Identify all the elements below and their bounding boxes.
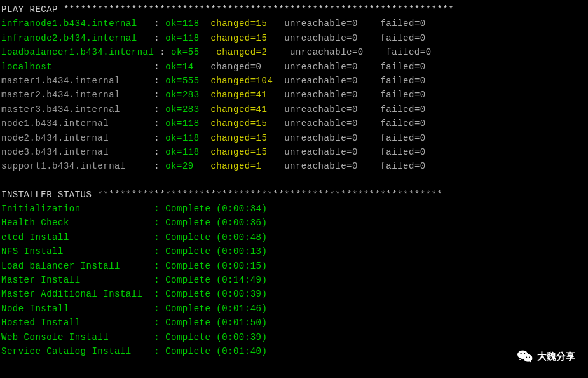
status-step-name: Node Install <box>1 304 154 314</box>
status-step-status: Complete (0:01:46) <box>165 304 267 314</box>
status-step-status: Complete (0:00:39) <box>165 289 267 299</box>
recap-ok: ok=118 <box>165 33 199 43</box>
recap-host: master3.b434.internal <box>1 104 120 115</box>
recap-row: infranode2.b434.internal : ok=118 change… <box>1 31 587 45</box>
status-step-name: Initialization <box>1 204 154 214</box>
recap-unreachable: unreachable=0 <box>284 133 358 143</box>
recap-unreachable: unreachable=0 <box>284 62 358 72</box>
recap-changed: changed=15 <box>210 118 267 129</box>
status-step-status: Complete (0:01:50) <box>165 318 267 328</box>
svg-point-3 <box>524 353 525 354</box>
recap-unreachable: unreachable=0 <box>290 47 364 57</box>
svg-point-5 <box>529 356 530 358</box>
status-step-name: etcd Install <box>1 232 154 242</box>
status-step-status: Complete (0:00:34) <box>165 204 267 214</box>
recap-failed: failed=0 <box>380 90 425 100</box>
status-step-name: Service Catalog Install <box>1 346 154 356</box>
status-row: Web Console Install : Complete (0:00:39) <box>1 330 587 344</box>
status-step-name: Load balancer Install <box>1 261 154 271</box>
recap-changed: changed=15 <box>210 33 267 43</box>
recap-failed: failed=0 <box>380 104 425 115</box>
recap-row: node1.b434.internal : ok=118 changed=15 … <box>1 116 587 130</box>
recap-host: infranode1.b434.internal <box>1 18 137 29</box>
recap-host: node2.b434.internal <box>1 133 109 143</box>
recap-unreachable: unreachable=0 <box>284 161 358 171</box>
recap-row: localhost : ok=14 changed=0 unreachable=… <box>1 60 587 74</box>
status-row: Load balancer Install : Complete (0:00:1… <box>1 259 587 273</box>
status-step-status: Complete (0:00:15) <box>165 261 267 271</box>
recap-row: node2.b434.internal : ok=118 changed=15 … <box>1 131 587 145</box>
status-step-name: Master Install <box>1 275 154 285</box>
recap-changed: changed=15 <box>210 133 267 143</box>
play-recap-header: PLAY RECAP *****************************… <box>1 3 587 17</box>
recap-unreachable: unreachable=0 <box>284 118 358 129</box>
recap-unreachable: unreachable=0 <box>284 90 358 100</box>
status-step-status: Complete (0:00:13) <box>165 246 267 256</box>
recap-row: infranode1.b434.internal : ok=118 change… <box>1 17 587 31</box>
recap-changed: changed=41 <box>210 104 267 115</box>
recap-host: infranode2.b434.internal <box>1 33 137 43</box>
recap-host: node1.b434.internal <box>1 118 109 129</box>
recap-changed: changed=15 <box>210 147 267 157</box>
recap-changed: changed=0 <box>210 62 261 72</box>
status-step-name: Health Check <box>1 218 154 228</box>
wechat-icon <box>517 349 533 363</box>
svg-point-2 <box>520 353 521 354</box>
svg-point-4 <box>526 356 527 358</box>
status-step-status: Complete (0:00:48) <box>165 232 267 242</box>
installer-status-header: INSTALLER STATUS ***********************… <box>1 188 587 202</box>
svg-point-1 <box>524 354 533 362</box>
status-row: Master Additional Install : Complete (0:… <box>1 287 587 301</box>
status-step-status: Complete (0:00:36) <box>165 218 267 228</box>
status-step-name: NFS Install <box>1 246 154 256</box>
recap-unreachable: unreachable=0 <box>284 104 358 115</box>
recap-failed: failed=0 <box>386 47 431 57</box>
status-step-status: Complete (0:01:40) <box>165 346 267 356</box>
recap-failed: failed=0 <box>380 62 425 72</box>
recap-ok: ok=283 <box>165 90 199 100</box>
recap-failed: failed=0 <box>380 161 425 171</box>
recap-unreachable: unreachable=0 <box>284 76 358 86</box>
status-row: Health Check : Complete (0:00:36) <box>1 216 587 230</box>
recap-failed: failed=0 <box>380 118 425 129</box>
recap-ok: ok=555 <box>165 76 199 86</box>
installer-status-table: Initialization : Complete (0:00:34)Healt… <box>1 202 587 358</box>
recap-ok: ok=29 <box>165 161 194 171</box>
recap-unreachable: unreachable=0 <box>284 33 358 43</box>
recap-row: node3.b434.internal : ok=118 changed=15 … <box>1 145 587 159</box>
recap-host: support1.b434.internal <box>1 161 126 171</box>
recap-failed: failed=0 <box>380 33 425 43</box>
status-row: Node Install : Complete (0:01:46) <box>1 302 587 316</box>
recap-changed: changed=1 <box>210 161 261 171</box>
recap-ok: ok=283 <box>165 104 199 115</box>
recap-failed: failed=0 <box>380 18 425 29</box>
status-row: etcd Install : Complete (0:00:48) <box>1 230 587 244</box>
recap-ok: ok=14 <box>165 62 194 72</box>
recap-ok: ok=118 <box>165 118 199 129</box>
recap-changed: changed=104 <box>210 76 273 86</box>
recap-row: loadbalancer1.b434.internal : ok=55 chan… <box>1 45 587 59</box>
status-step-name: Web Console Install <box>1 332 154 342</box>
recap-failed: failed=0 <box>380 147 425 157</box>
status-row: Hosted Install : Complete (0:01:50) <box>1 316 587 330</box>
recap-changed: changed=2 <box>216 47 267 57</box>
status-step-name: Hosted Install <box>1 318 154 328</box>
recap-row: master1.b434.internal : ok=555 changed=1… <box>1 74 587 88</box>
recap-host: master2.b434.internal <box>1 90 120 100</box>
recap-failed: failed=0 <box>380 133 425 143</box>
status-step-status: Complete (0:14:49) <box>165 275 267 285</box>
recap-row: master2.b434.internal : ok=283 changed=4… <box>1 88 587 102</box>
status-row: Service Catalog Install : Complete (0:01… <box>1 344 587 358</box>
recap-ok: ok=118 <box>165 147 199 157</box>
recap-changed: changed=41 <box>210 90 267 100</box>
recap-host: loadbalancer1.b434.internal <box>1 47 154 57</box>
recap-failed: failed=0 <box>380 76 425 86</box>
recap-host: node3.b434.internal <box>1 147 109 157</box>
watermark: 大魏分享 <box>517 349 575 364</box>
status-row: Master Install : Complete (0:14:49) <box>1 273 587 287</box>
recap-unreachable: unreachable=0 <box>284 147 358 157</box>
play-recap-table: infranode1.b434.internal : ok=118 change… <box>1 17 587 173</box>
status-step-name: Master Additional Install <box>1 289 154 299</box>
status-row: NFS Install : Complete (0:00:13) <box>1 244 587 258</box>
recap-unreachable: unreachable=0 <box>284 18 358 29</box>
